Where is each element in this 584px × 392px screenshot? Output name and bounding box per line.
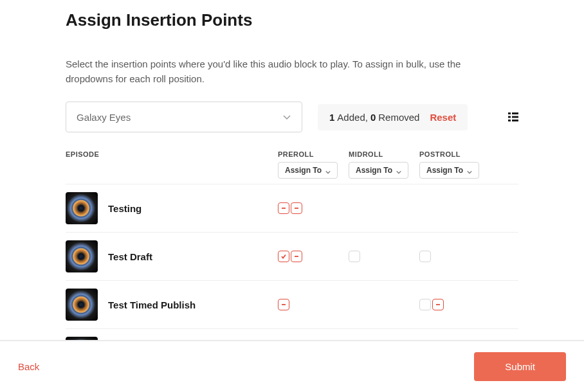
slot-minus[interactable] (291, 202, 302, 214)
svg-rect-0 (508, 112, 511, 114)
page-title: Assign Insertion Points (66, 10, 518, 30)
midroll-assign-dropdown[interactable]: Assign To (349, 162, 408, 179)
episode-row: Test Timed Publish (66, 280, 518, 328)
slot-minus[interactable] (432, 299, 444, 310)
reset-button[interactable]: Reset (430, 112, 456, 123)
preroll-label: PREROLL (278, 150, 349, 158)
svg-rect-1 (512, 112, 518, 114)
episode-row: Testing (66, 184, 518, 232)
episode-title: Test Draft (108, 251, 152, 262)
episode-title: Test Timed Publish (108, 299, 196, 310)
removed-count: 0 (370, 112, 376, 123)
episode-thumbnail (66, 240, 98, 272)
chevron-down-icon (325, 168, 331, 173)
col-episode-header: EPISODE (66, 150, 278, 158)
slot-empty[interactable] (419, 299, 431, 310)
preroll-assign-dropdown[interactable]: Assign To (278, 162, 338, 179)
col-preroll: PREROLL Assign To (278, 150, 349, 179)
controls-row: Galaxy Eyes 1 Added, 0 Removed Reset (66, 102, 518, 132)
episode-title: Testing (108, 203, 141, 214)
episodes-list: TestingTest DraftTest Timed PublishTest … (66, 184, 518, 341)
episode-thumbnail (66, 289, 98, 321)
chevron-down-icon (467, 168, 472, 173)
table-header: EPISODE PREROLL Assign To MIDROLL Assign… (66, 150, 518, 179)
back-button[interactable]: Back (18, 361, 39, 372)
slot-minus[interactable] (278, 299, 289, 310)
assign-label: Assign To (356, 166, 392, 175)
postroll-assign-dropdown[interactable]: Assign To (419, 162, 479, 179)
assign-label: Assign To (426, 166, 463, 175)
preroll-slots (278, 251, 349, 262)
slot-check[interactable] (278, 251, 289, 262)
chevron-down-icon (396, 168, 401, 173)
svg-rect-5 (512, 120, 518, 121)
removed-label: Removed (378, 112, 419, 123)
postroll-slots (419, 299, 490, 310)
svg-rect-3 (512, 116, 518, 118)
page-description: Select the insertion points where you'd … (66, 57, 471, 86)
show-filter-value: Galaxy Eyes (77, 112, 131, 123)
preroll-slots (278, 299, 349, 310)
col-midroll: MIDROLL Assign To (349, 150, 419, 179)
status-pill: 1 Added, 0 Removed Reset (318, 104, 468, 130)
slot-minus[interactable] (291, 251, 302, 262)
svg-rect-2 (508, 116, 511, 118)
episode-thumbnail (66, 192, 98, 224)
footer: Back Submit (0, 341, 584, 392)
episode-row: Test - Safari (66, 328, 518, 341)
postroll-slots (419, 251, 490, 262)
midroll-slots (349, 251, 419, 262)
added-count: 1 (329, 112, 334, 123)
show-filter-dropdown[interactable]: Galaxy Eyes (66, 102, 302, 132)
svg-rect-4 (508, 120, 511, 121)
submit-button[interactable]: Submit (474, 352, 566, 381)
added-label: Added, (337, 112, 368, 123)
slot-empty[interactable] (349, 251, 360, 262)
view-toggle-icon[interactable] (508, 112, 518, 121)
episode-info: Testing (66, 192, 278, 224)
col-postroll: POSTROLL Assign To (419, 150, 490, 179)
assign-label: Assign To (285, 166, 322, 175)
episode-info: Test Draft (66, 240, 278, 272)
midroll-label: MIDROLL (349, 150, 419, 158)
postroll-label: POSTROLL (419, 150, 490, 158)
slot-empty[interactable] (419, 251, 431, 262)
chevron-down-icon (282, 112, 291, 121)
episode-row: Test Draft (66, 232, 518, 280)
preroll-slots (278, 202, 349, 214)
slot-minus[interactable] (278, 202, 289, 214)
episode-info: Test Timed Publish (66, 289, 278, 321)
